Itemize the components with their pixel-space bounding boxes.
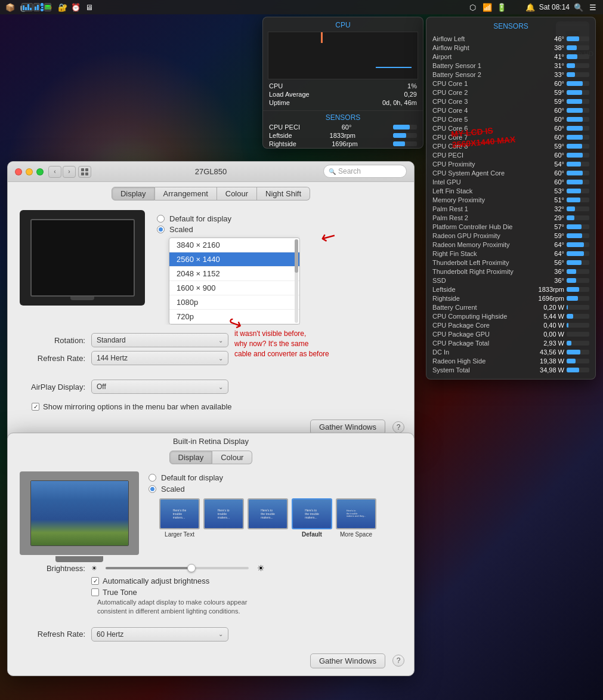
cpu-stats: CPU 1% Load Average 0,29 Uptime 0d, 0h, …	[263, 79, 423, 110]
display-icon[interactable]: 🖥	[84, 2, 94, 13]
sensor-value-6: 59°	[537, 89, 564, 96]
airplay-row: AirPlay Display: Off ⌄	[8, 380, 414, 394]
sensor-value-16: 60°	[537, 178, 564, 186]
sensor-row-2: Airport 41°	[426, 52, 595, 61]
res-scaled-radio[interactable]	[157, 226, 165, 233]
res-thumb-more[interactable]: Here's tothe troublemakers and they... M…	[336, 498, 376, 538]
tab-colour-lower[interactable]: Colour	[212, 451, 252, 464]
sensor-bar-1	[567, 45, 589, 50]
res-option-3[interactable]: 1600 × 900	[169, 281, 299, 295]
builtin-res-section: Default for display Scaled Here's thetro…	[149, 471, 376, 555]
true-tone-checkbox[interactable]	[91, 588, 99, 596]
sensor-value-17: 53°	[537, 187, 564, 195]
left-label: Leftside	[269, 132, 292, 139]
thumb-label-0: Larger Text	[165, 531, 194, 538]
menubar-right: ⬡ 📶 🔋 🔔 Sat 08:14 🔍 ☰	[468, 2, 598, 13]
sensor-row-3: Battery Sensor 1 31°	[426, 61, 595, 70]
sensor-row-29: Rightside 1696rpm	[426, 294, 595, 303]
sensor-bar-fill-0	[567, 36, 579, 41]
rotation-select[interactable]: Standard ⌄	[91, 333, 228, 347]
dropbox-icon[interactable]: 📦	[5, 2, 16, 13]
sensor-value-25: 56°	[537, 259, 564, 266]
time-machine-icon[interactable]: ⏰	[70, 2, 81, 13]
sensor-name-14: CPU Proximity	[432, 161, 537, 168]
sensor-bar-fill-23	[567, 242, 584, 247]
thumb-text-3: Here's tothe troublemakers...	[304, 507, 320, 520]
res-thumb-2[interactable]: Here's totroublemakers...	[203, 498, 244, 538]
refresh-select-lower[interactable]: 60 Hertz ⌄	[91, 627, 228, 642]
wifi-icon[interactable]: 📶	[482, 2, 493, 13]
sensor-row-23: Radeon Memory Proximity 64°	[426, 240, 595, 249]
forward-button[interactable]: ›	[63, 166, 76, 178]
sensor-bar-4	[567, 72, 589, 77]
cpu-title: CPU	[263, 17, 423, 32]
res-option-4[interactable]: 1080p	[169, 295, 299, 310]
sensor-row-25: Thunderbolt Left Proximity 56°	[426, 258, 595, 267]
sensor-name-23: Radeon Memory Proximity	[432, 241, 537, 248]
builtin-main-area: Default for display Scaled Here's thetro…	[8, 467, 414, 560]
cpu-sensors-title: SENSORS	[263, 110, 423, 123]
airplay-select[interactable]: Off ⌄	[91, 380, 228, 394]
res-default-radio[interactable]	[157, 215, 165, 223]
res-thumb-3[interactable]: Here's tothe troublemakers...	[248, 498, 288, 538]
window-title-upper: 27GL850	[195, 167, 227, 176]
notification-icon[interactable]: 🔔	[525, 2, 536, 13]
res-option-2[interactable]: 2048 × 1152	[169, 267, 299, 281]
res-scaled-label: Scaled	[169, 225, 193, 234]
refresh-select[interactable]: 144 Hertz ⌄	[91, 351, 228, 365]
brightness-slider[interactable]	[106, 567, 249, 569]
sensor-bar-23	[567, 242, 589, 247]
sensor-bar-18	[567, 198, 589, 202]
help-button-lower[interactable]: ?	[392, 655, 404, 667]
sensor-bar-fill-18	[567, 198, 580, 202]
res-thumb-default[interactable]: Here's tothe troublemakers... Default	[292, 498, 332, 538]
help-button-upper[interactable]: ?	[392, 421, 404, 433]
mirroring-checkbox[interactable]	[32, 403, 39, 411]
1password-icon[interactable]: 🔐	[57, 2, 68, 13]
sensor-value-7: 59°	[537, 98, 564, 105]
back-button[interactable]: ‹	[48, 166, 61, 178]
minimize-button-upper[interactable]	[26, 168, 33, 175]
builtin-res-default-radio[interactable]	[149, 474, 156, 482]
monitor-screen	[30, 219, 135, 297]
auto-brightness-checkbox[interactable]	[91, 577, 99, 585]
tab-arrangement[interactable]: Arrangement	[155, 187, 217, 201]
sensor-name-1: Airflow Right	[432, 44, 537, 51]
bluetooth-icon[interactable]: ⬡	[468, 2, 478, 13]
builtin-res-scaled-radio[interactable]	[149, 485, 156, 493]
sensor-row-33: CPU Package GPU 0,00 W	[426, 329, 595, 338]
sensor-row-27: SSD 36°	[426, 276, 595, 285]
sensor-name-26: Thunderbolt Right Proximity	[432, 268, 537, 275]
tab-display-lower[interactable]: Display	[169, 451, 213, 464]
search-box-upper[interactable]: 🔍 Search	[323, 165, 407, 178]
res-option-1[interactable]: 2560 × 1440	[169, 252, 299, 267]
sensor-row-31: CPU Computing Highside 5,44 W	[426, 312, 595, 320]
menu-icon[interactable]: ☰	[587, 2, 598, 13]
brightness-sun-sm: ☀	[91, 565, 97, 572]
tab-night-shift[interactable]: Night Shift	[257, 187, 310, 201]
grid-button[interactable]	[78, 166, 91, 178]
sensor-bar-24	[567, 251, 589, 256]
sensor-bar-29	[567, 296, 589, 301]
sensor-bar-fill-4	[567, 72, 575, 77]
tab-display-upper[interactable]: Display	[112, 187, 155, 201]
res-thumb-larger[interactable]: Here's thetroublemakers... Larger Text	[159, 498, 200, 538]
spotlight-icon[interactable]: 🔍	[573, 2, 584, 13]
maximize-button-upper[interactable]	[36, 168, 44, 175]
res-option-0[interactable]: 3840 × 2160	[169, 238, 299, 252]
display-main-area: Default for display Scaled 3840 × 2160 2…	[20, 210, 402, 325]
tab-colour[interactable]: Colour	[217, 187, 257, 201]
sensor-value-9: 60°	[537, 116, 564, 123]
svg-rect-6	[85, 168, 88, 171]
battery-icon[interactable]: 🔋	[496, 2, 507, 13]
sensor-bar-25	[567, 260, 589, 265]
sensor-value-0: 46°	[537, 35, 564, 42]
sensor-bar-17	[567, 189, 589, 193]
sensor-name-7: CPU Core 3	[432, 98, 537, 105]
close-button-upper[interactable]	[15, 168, 22, 175]
res-thumb-img-2: Here's tothe troublemakers...	[248, 498, 288, 529]
resolution-dropdown[interactable]: 3840 × 2160 2560 × 1440 2048 × 1152 1600…	[169, 238, 300, 325]
sensor-bar-fill-29	[567, 296, 578, 301]
gather-windows-button-lower[interactable]: Gather Windows	[310, 653, 385, 668]
display-window-lower: Built-in Retina Display Display Colour D…	[7, 433, 415, 676]
